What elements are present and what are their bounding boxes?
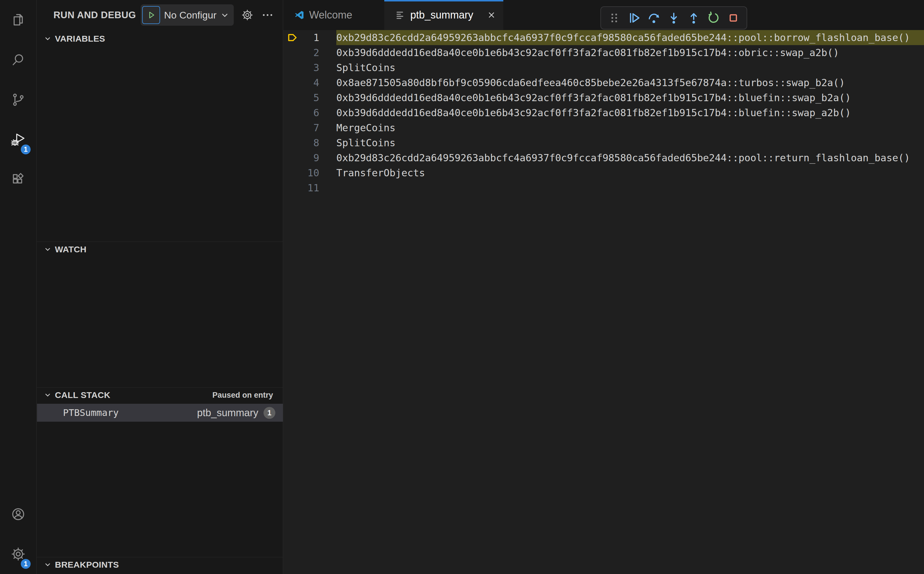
- chevron-down-icon: [44, 391, 52, 399]
- code-line-8[interactable]: 8SplitCoins: [283, 135, 924, 150]
- line-number: 5: [283, 90, 319, 105]
- stop-icon: [727, 11, 740, 25]
- activity-bar-bottom: 1: [0, 494, 36, 574]
- sidebar-title: RUN AND DEBUG: [54, 9, 136, 20]
- code-line-text: 0xb29d83c26cdd2a64959263abbcfc4a6937f0c9…: [336, 30, 924, 45]
- restart-icon: [707, 11, 720, 25]
- watch-pane: WATCH: [37, 241, 283, 387]
- step-over-button[interactable]: [647, 11, 661, 25]
- code-line-text: 0xb39d6dddedd16ed8a40ce0b1e6b43c92acf0ff…: [336, 105, 924, 120]
- line-number: 9: [283, 150, 319, 165]
- accounts-button[interactable]: [0, 494, 36, 534]
- code-line-4[interactable]: 40x8ae871505a80d8bf6bf9c05906cda6edfeea4…: [283, 75, 924, 90]
- variables-pane: VARIABLES: [37, 31, 283, 241]
- search-icon: [11, 52, 26, 67]
- code-line-text: 0x8ae871505a80d8bf6bf9c05906cda6edfeea46…: [336, 75, 924, 90]
- breakpoints-pane: BREAKPOINTS: [37, 557, 283, 574]
- chevron-down-icon: [44, 246, 52, 253]
- launch-configuration-control: No Configur: [141, 4, 234, 26]
- code-line-9[interactable]: 90xb29d83c26cdd2a64959263abbcfc4a6937f0c…: [283, 150, 924, 165]
- line-number: 7: [283, 120, 319, 135]
- line-number: 2: [283, 45, 319, 60]
- chevron-down-icon: [44, 35, 52, 43]
- extensions-icon: [11, 172, 26, 187]
- line-number: 4: [283, 75, 319, 90]
- code-lines: 10xb29d83c26cdd2a64959263abbcfc4a6937f0c…: [283, 30, 924, 196]
- sidebar-item-source-control[interactable]: [0, 80, 36, 120]
- start-debugging-button[interactable]: [142, 6, 160, 24]
- manage-badge: 1: [20, 558, 31, 569]
- tab-welcome[interactable]: Welcome: [283, 0, 384, 30]
- code-line-text: TransferObjects: [336, 165, 924, 180]
- code-line-1[interactable]: 10xb29d83c26cdd2a64959263abbcfc4a6937f0c…: [283, 30, 924, 45]
- code-line-2[interactable]: 20xb39d6dddedd16ed8a40ce0b1e6b43c92acf0f…: [283, 45, 924, 60]
- call-stack-pane-label: CALL STACK: [55, 390, 110, 400]
- step-out-icon: [687, 11, 700, 25]
- step-over-icon: [647, 11, 661, 25]
- continue-icon: [628, 11, 641, 25]
- activity-bar: 1: [0, 0, 37, 574]
- code-line-text: SplitCoins: [336, 60, 924, 75]
- call-stack-status: Paused on entry: [213, 391, 283, 400]
- code-line-text: 0xb39d6dddedd16ed8a40ce0b1e6b43c92acf0ff…: [336, 45, 924, 60]
- more-actions-button[interactable]: [261, 8, 274, 22]
- watch-pane-header[interactable]: WATCH: [37, 242, 283, 257]
- files-icon: [11, 13, 26, 27]
- line-number: 8: [283, 135, 319, 150]
- code-line-6[interactable]: 60xb39d6dddedd16ed8a40ce0b1e6b43c92acf0f…: [283, 105, 924, 120]
- debug-toolbar: [600, 6, 747, 30]
- sidebar-item-explorer[interactable]: [0, 0, 36, 40]
- configuration-dropdown[interactable]: No Configur: [164, 9, 216, 21]
- debug-settings-button[interactable]: [241, 8, 254, 22]
- close-icon[interactable]: [486, 10, 496, 20]
- code-line-10[interactable]: 10TransferObjects: [283, 165, 924, 180]
- variables-pane-label: VARIABLES: [55, 34, 105, 44]
- step-into-icon: [667, 11, 680, 25]
- continue-button[interactable]: [627, 11, 641, 25]
- call-stack-pane-header[interactable]: CALL STACK Paused on entry: [37, 388, 283, 403]
- sidebar-header: RUN AND DEBUG No Configur: [37, 0, 283, 30]
- sidebar-item-run-and-debug[interactable]: 1: [0, 120, 36, 159]
- code-line-text: [336, 180, 924, 196]
- file-list-icon: [395, 10, 406, 20]
- toolbar-drag-handle[interactable]: [607, 11, 621, 25]
- tab-ptb-summary[interactable]: ptb_summary: [384, 0, 503, 30]
- manage-button[interactable]: 1: [0, 534, 36, 574]
- debug-badge: 1: [20, 144, 31, 155]
- restart-button[interactable]: [707, 11, 720, 25]
- code-line-3[interactable]: 3SplitCoins: [283, 60, 924, 75]
- breakpoints-pane-header[interactable]: BREAKPOINTS: [37, 557, 283, 572]
- code-line-7[interactable]: 7MergeCoins: [283, 120, 924, 135]
- line-number: 11: [283, 180, 319, 196]
- line-number: 1: [283, 30, 319, 45]
- line-number: 10: [283, 165, 319, 180]
- activity-bar-top: 1: [0, 0, 36, 199]
- variables-pane-header[interactable]: VARIABLES: [37, 31, 283, 46]
- step-out-button[interactable]: [687, 11, 700, 25]
- step-into-button[interactable]: [667, 11, 681, 25]
- gear-icon: [241, 9, 253, 21]
- code-line-text: SplitCoins: [336, 135, 924, 150]
- tab-label: Welcome: [309, 9, 352, 21]
- code-line-11[interactable]: 11: [283, 180, 924, 196]
- call-stack-pane: CALL STACK Paused on entry PTBSummary pt…: [37, 387, 283, 557]
- code-line-5[interactable]: 50xb39d6dddedd16ed8a40ce0b1e6b43c92acf0f…: [283, 90, 924, 105]
- stack-frame-name: PTBSummary: [63, 407, 119, 418]
- stack-frame-source: ptb_summary: [197, 407, 258, 418]
- ellipsis-icon: [261, 9, 274, 21]
- line-number: 3: [283, 60, 319, 75]
- stack-frame-badge: 1: [263, 407, 275, 419]
- breakpoints-pane-label: BREAKPOINTS: [55, 560, 119, 570]
- chevron-down-icon: [44, 561, 52, 569]
- source-control-icon: [11, 92, 26, 107]
- gripper-icon: [608, 11, 621, 25]
- account-icon: [11, 507, 26, 522]
- sidebar-item-extensions[interactable]: [0, 159, 36, 199]
- sidebar-item-search[interactable]: [0, 40, 36, 80]
- chevron-down-icon[interactable]: [220, 11, 229, 19]
- stop-button[interactable]: [726, 11, 740, 25]
- tab-label: ptb_summary: [410, 9, 473, 21]
- vscode-logo-icon: [294, 10, 305, 20]
- code-line-text: 0xb29d83c26cdd2a64959263abbcfc4a6937f0c9…: [336, 150, 924, 165]
- stack-frame-row[interactable]: PTBSummary ptb_summary 1: [37, 404, 283, 422]
